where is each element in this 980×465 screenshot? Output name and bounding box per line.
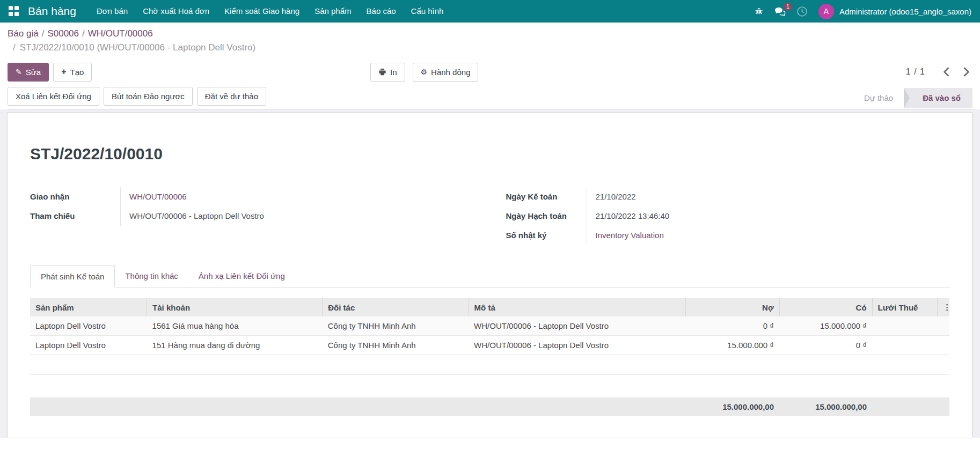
cell-partner[interactable]: Công ty TNHH Minh Anh (323, 316, 469, 336)
delete-reconciliation-button[interactable]: Xoá Liên kết Đối ứng (8, 87, 99, 106)
table-spacer (30, 375, 949, 397)
toolbar: ✎ Sửa + Tạo In ⚙ Hành động 1 / 1 (8, 62, 972, 82)
total-credit: 15.000.000,00 (779, 397, 872, 416)
cell-account[interactable]: 151 Hàng mua đang đi đường (147, 336, 323, 355)
cell-description[interactable]: WH/OUT/00006 - Laptopn Dell Vostro (469, 316, 685, 336)
value-tham-chieu: WH/OUT/00006 - Laptopn Dell Vostro (120, 206, 474, 226)
kebab-icon: ⋮ (943, 302, 944, 312)
app-brand[interactable]: Bán hàng (28, 5, 76, 18)
pager-value: 1 / 1 (906, 67, 925, 77)
status-bar: Dự thảo Đã vào sổ (853, 88, 972, 108)
actions-row: Xoá Liên kết Đối ứng Bút toán Đảo ngược … (8, 87, 972, 109)
status-posted[interactable]: Đã vào sổ (910, 88, 972, 108)
table-header-row: Sản phẩm Tài khoản Đối tác Mô tả Nợ Có L… (30, 298, 949, 316)
avatar: A (818, 4, 834, 19)
pager-next-icon[interactable] (960, 66, 972, 78)
label-giao-nhan: Giao nhận (30, 187, 120, 206)
label-ngay-hach-toan: Ngày Hạch toán (506, 206, 587, 226)
printer-icon (378, 68, 386, 76)
col-luoi-thue[interactable]: Lưới Thuế (872, 298, 938, 316)
breadcrumb-wh-out[interactable]: WH/OUT/00006 (88, 28, 153, 39)
cell-account[interactable]: 1561 Giá mua hàng hóa (147, 316, 323, 336)
reset-to-draft-button[interactable]: Đặt về dự thảo (197, 87, 266, 106)
col-no[interactable]: Nợ (685, 298, 779, 316)
menu-cau-hinh[interactable]: Cấu hình (404, 0, 451, 23)
apps-menu-icon[interactable] (9, 6, 19, 17)
username: Administrator (odoo15_anglo_saxon) (839, 7, 971, 16)
col-mo-ta[interactable]: Mô tả (469, 298, 685, 316)
control-panel: Báo giá/S00006/WH/OUT/00006 /STJ/2022/10… (0, 23, 980, 109)
status-draft[interactable]: Dự thảo (853, 88, 904, 108)
breadcrumb-bao-gia[interactable]: Báo giá (8, 28, 39, 39)
journal-items-table: Sản phẩm Tài khoản Đối tác Mô tả Nợ Có L… (30, 298, 949, 416)
pencil-icon: ✎ (16, 68, 22, 76)
gear-icon: ⚙ (421, 68, 428, 76)
table-row[interactable]: Laptopn Dell Vostro 151 Hàng mua đang đi… (30, 336, 949, 355)
field-group-right: Ngày Kế toán 21/10/2022 Ngày Hạch toán 2… (506, 187, 950, 245)
total-debit: 15.000.000,00 (685, 397, 779, 416)
optional-columns-icon[interactable]: ⋮ (938, 298, 949, 316)
cell-product[interactable]: Laptopn Dell Vostro (30, 316, 147, 336)
menu-cho-xuat-hoa-don[interactable]: Chờ xuất Hoá đơn (135, 0, 217, 23)
cell-debit[interactable]: 15.000.000 ₫ (685, 336, 779, 355)
top-navbar: Bán hàng Đơn bán Chờ xuất Hoá đơn Kiểm s… (0, 0, 980, 23)
label-ngay-ke-toan: Ngày Kế toán (506, 187, 587, 206)
content-area: STJ/2022/10/0010 Giao nhận WH/OUT/00006 … (0, 109, 980, 438)
col-san-pham[interactable]: Sản phẩm (30, 298, 147, 316)
col-co[interactable]: Có (779, 298, 872, 316)
value-giao-nhan-link[interactable]: WH/OUT/00006 (129, 192, 187, 201)
breadcrumb-current: /STJ/2022/10/0010 (WH/OUT/00006 - Laptop… (8, 40, 972, 55)
cell-description[interactable]: WH/OUT/00006 - Laptopn Dell Vostro (469, 336, 685, 355)
breadcrumb: Báo giá/S00006/WH/OUT/00006 (8, 27, 972, 40)
totals-row: 15.000.000,00 15.000.000,00 (30, 397, 949, 416)
menu-bao-cao[interactable]: Báo cáo (359, 0, 404, 23)
print-button[interactable]: In (370, 63, 405, 82)
value-ngay-hach-toan: 21/10/2022 13:46:40 (587, 206, 950, 226)
pager: 1 / 1 (906, 66, 972, 78)
messages-icon[interactable]: 1 (774, 6, 786, 16)
tab-phat-sinh-ke-toan[interactable]: Phát sinh Kế toán (30, 265, 115, 287)
cell-product[interactable]: Laptopn Dell Vostro (30, 336, 147, 355)
cell-credit[interactable]: 15.000.000 ₫ (779, 316, 872, 336)
record-title: STJ/2022/10/0010 (30, 145, 949, 163)
user-menu[interactable]: A Administrator (odoo15_anglo_saxon) (818, 4, 971, 19)
table-row[interactable]: Laptopn Dell Vostro 1561 Giá mua hàng hó… (30, 316, 949, 336)
edit-button[interactable]: ✎ Sửa (8, 63, 49, 82)
cell-debit[interactable]: 0 ₫ (685, 316, 779, 336)
menu-san-pham[interactable]: Sản phẩm (307, 0, 359, 23)
value-so-nhat-ky-link[interactable]: Inventory Valuation (596, 231, 664, 240)
activities-clock-icon[interactable] (796, 6, 808, 17)
menu-kiem-soat-giao-hang[interactable]: Kiểm soát Giao hàng (217, 0, 307, 23)
cell-credit[interactable]: 0 ₫ (779, 336, 872, 355)
action-button[interactable]: ⚙ Hành động (413, 63, 479, 82)
cell-tax-grid[interactable] (872, 336, 938, 355)
notebook-tabs: Phát sinh Kế toán Thông tin khác Ánh xạ … (30, 265, 949, 287)
create-button[interactable]: + Tạo (53, 63, 92, 82)
value-ngay-ke-toan: 21/10/2022 (587, 187, 950, 206)
label-tham-chieu: Tham chiếu (30, 206, 120, 226)
empty-table-row[interactable] (30, 355, 949, 375)
reverse-entry-button[interactable]: Bút toán Đảo ngược (104, 87, 193, 106)
status-arrow-divider (904, 88, 910, 108)
plus-icon: + (61, 68, 66, 76)
col-tai-khoan[interactable]: Tài khoản (147, 298, 323, 316)
pager-previous-icon[interactable] (940, 66, 953, 78)
menu-don-ban[interactable]: Đơn bán (89, 0, 135, 23)
col-doi-tac[interactable]: Đối tác (323, 298, 469, 316)
tab-anh-xa-lien-ket[interactable]: Ánh xạ Liên kết Đối ứng (188, 265, 295, 287)
debug-bug-icon[interactable] (754, 6, 764, 16)
cell-partner[interactable]: Công ty TNHH Minh Anh (323, 336, 469, 355)
breadcrumb-s00006[interactable]: S00006 (47, 28, 79, 39)
cell-tax-grid[interactable] (872, 316, 938, 336)
form-sheet: STJ/2022/10/0010 Giao nhận WH/OUT/00006 … (7, 112, 972, 438)
label-so-nhat-ky: Sổ nhật ký (506, 226, 587, 245)
tab-thong-tin-khac[interactable]: Thông tin khác (115, 265, 188, 287)
field-group-left: Giao nhận WH/OUT/00006 Tham chiếu WH/OUT… (30, 187, 506, 245)
message-count-badge: 1 (784, 3, 792, 11)
